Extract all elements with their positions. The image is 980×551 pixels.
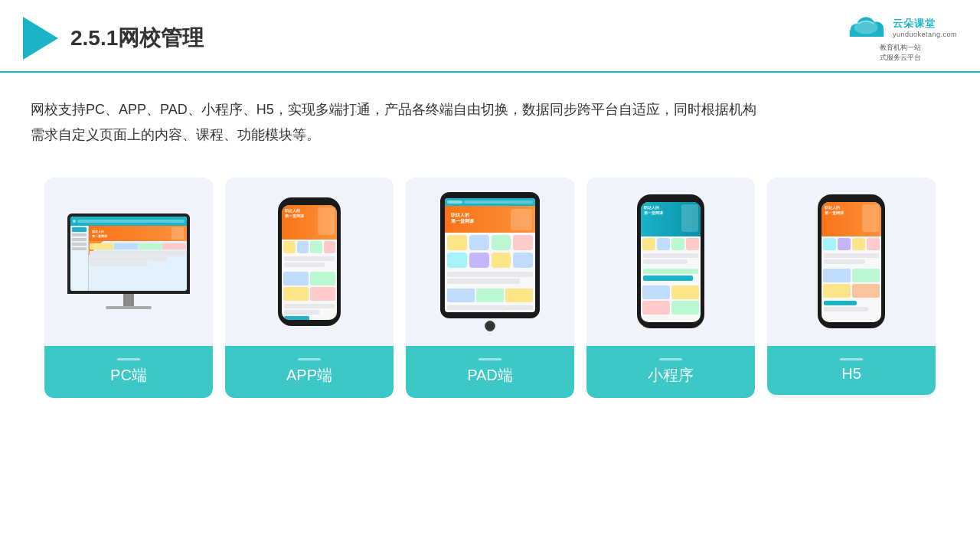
- header-left: 2.5.1网校管理: [23, 17, 204, 60]
- h5-phone-body: 职达人的第一堂网课: [818, 194, 885, 328]
- cards-container: 职达人的第一堂网课: [0, 147, 980, 398]
- h5-notch: [841, 194, 862, 199]
- app-notch: [299, 197, 320, 202]
- card-miniprogram: 职达人的第一堂网课: [586, 178, 755, 398]
- label-bar: [298, 358, 321, 360]
- pc-monitor: 职达人的第一堂网课: [67, 214, 190, 294]
- preview-pad: 职达人的第一堂网课: [406, 178, 574, 346]
- preview-app: 职达人的第一堂网课: [225, 178, 394, 346]
- app-mockup: 职达人的第一堂网课: [278, 197, 341, 326]
- label-pad: PAD端: [406, 346, 574, 398]
- label-app: APP端: [225, 346, 394, 398]
- card-h5: 职达人的第一堂网课: [767, 178, 936, 398]
- card-pc: 职达人的第一堂网课: [44, 178, 213, 398]
- mini-mockup: 职达人的第一堂网课: [637, 194, 704, 328]
- pad-mockup: 职达人的第一堂网课: [440, 192, 540, 331]
- card-app: 职达人的第一堂网课: [225, 178, 394, 398]
- cloud-icon: [844, 14, 890, 41]
- label-bar: [840, 358, 863, 360]
- label-pc: PC端: [44, 346, 213, 398]
- tablet-screen: 职达人的第一堂网课: [445, 198, 535, 312]
- mini-notch: [660, 194, 681, 199]
- brand-icon-row: 云朵课堂 yunduoketang.com: [844, 14, 957, 41]
- h5-screen: 职达人的第一堂网课: [822, 202, 881, 322]
- tablet-body: 职达人的第一堂网课: [440, 192, 540, 318]
- description-text: 网校支持PC、APP、PAD、小程序、H5，实现多端打通，产品各终端自由切换，数…: [31, 97, 812, 147]
- mini-screen: 职达人的第一堂网课: [641, 202, 701, 322]
- description: 网校支持PC、APP、PAD、小程序、H5，实现多端打通，产品各终端自由切换，数…: [0, 73, 842, 147]
- brand-url: yunduoketang.com: [893, 31, 957, 38]
- brand-name: 云朵课堂: [893, 17, 957, 31]
- label-bar: [659, 358, 682, 360]
- tablet-home-btn: [485, 321, 495, 331]
- h5-mockup: 职达人的第一堂网课: [818, 194, 885, 328]
- app-screen: 职达人的第一堂网课: [282, 205, 337, 320]
- mini-phone-body: 职达人的第一堂网课: [637, 194, 704, 328]
- label-miniprogram: 小程序: [586, 346, 755, 398]
- header: 2.5.1网校管理 云朵课堂 yunduoketang.com 教育机构一站式服…: [0, 0, 980, 73]
- label-bar: [479, 358, 501, 360]
- play-icon: [23, 17, 58, 60]
- card-pad: 职达人的第一堂网课: [406, 178, 574, 398]
- pc-mockup: 职达人的第一堂网课: [67, 214, 190, 309]
- page-title: 2.5.1网校管理: [70, 24, 204, 53]
- label-h5: H5: [767, 346, 936, 395]
- brand-text-block: 云朵课堂 yunduoketang.com: [893, 17, 957, 38]
- brand-logo: 云朵课堂 yunduoketang.com 教育机构一站式服务云平台: [844, 14, 957, 62]
- pc-screen: 职达人的第一堂网课: [70, 217, 187, 291]
- svg-point-4: [854, 21, 878, 34]
- brand-slogan: 教育机构一站式服务云平台: [880, 43, 921, 62]
- preview-pc: 职达人的第一堂网课: [44, 178, 213, 346]
- label-bar: [117, 358, 140, 360]
- preview-miniprogram: 职达人的第一堂网课: [586, 178, 755, 346]
- preview-h5: 职达人的第一堂网课: [767, 178, 936, 346]
- app-phone-body: 职达人的第一堂网课: [278, 197, 341, 326]
